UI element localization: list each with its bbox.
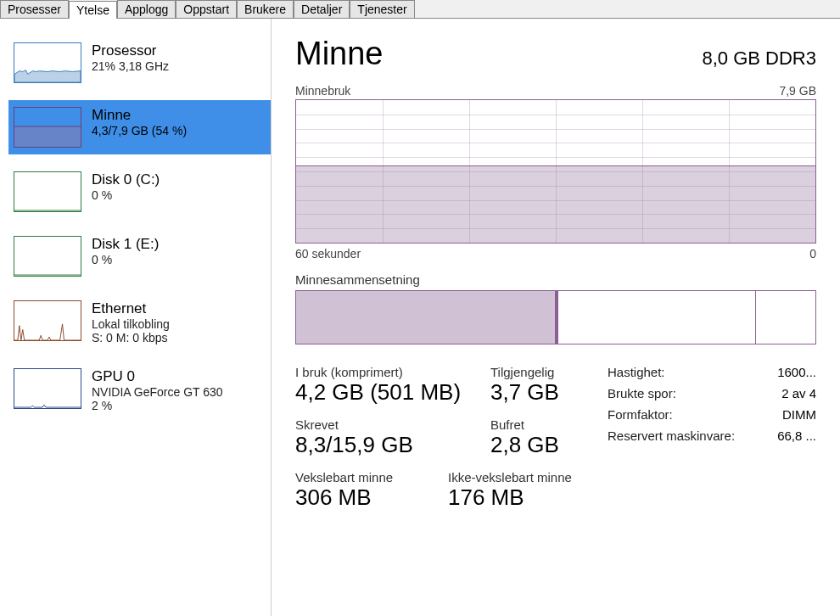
sidebar-item-memory[interactable]: Minne 4,3/7,9 GB (54 %): [8, 100, 271, 154]
tab-prosesser[interactable]: Prosesser: [0, 0, 69, 18]
sidebar-item-label: Disk 1 (E:): [92, 236, 159, 253]
memory-thumbnail-chart: [14, 107, 81, 148]
stat-cached-label: Bufret: [490, 417, 559, 432]
chart-label-left: Minnebruk: [295, 84, 350, 98]
sidebar-item-sub: Lokal tilkobling: [92, 317, 170, 331]
composition-label: Minnesammensetning: [295, 272, 816, 287]
axis-left: 60 sekunder: [295, 247, 361, 260]
stat-nonpaged-label: Ikke-vekslebart minne: [448, 470, 572, 484]
stat-committed-label: Skrevet: [295, 417, 490, 432]
kv-val-form: DIMM: [782, 407, 816, 422]
sidebar-item-sub: NVIDIA GeForce GT 630: [92, 385, 223, 399]
sidebar: Prosessor 21% 3,18 GHz Minne 4,3/7,9 GB …: [0, 19, 272, 616]
stat-inuse-value: 4,2 GB (501 MB): [295, 379, 490, 406]
disk0-thumbnail-chart: [14, 171, 81, 212]
composition-segment-free: [756, 291, 815, 344]
kv-val-slots: 2 av 4: [781, 386, 816, 400]
tab-ytelse[interactable]: Ytelse: [69, 1, 117, 19]
sidebar-item-label: Ethernet: [92, 300, 170, 317]
stat-paged-label: Vekslebart minne: [295, 470, 448, 484]
axis-right: 0: [809, 247, 816, 260]
stat-nonpaged-value: 176 MB: [448, 484, 572, 511]
kv-val-speed: 1600...: [777, 365, 816, 379]
stat-available-value: 3,7 GB: [490, 379, 559, 406]
kv-key-reserved: Reservert maskinvare:: [608, 428, 735, 443]
sidebar-item-disk1[interactable]: Disk 1 (E:) 0 %: [8, 229, 271, 283]
sidebar-item-disk0[interactable]: Disk 0 (C:) 0 %: [8, 165, 271, 219]
tab-detaljer[interactable]: Detaljer: [294, 0, 350, 18]
disk1-thumbnail-chart: [14, 236, 81, 277]
sidebar-item-sub: 0 %: [92, 253, 159, 266]
sidebar-item-cpu[interactable]: Prosessor 21% 3,18 GHz: [8, 36, 271, 90]
sidebar-item-sub: 21% 3,18 GHz: [92, 59, 169, 73]
main-panel: Minne 8,0 GB DDR3 Minnebruk 7,9 GB: [272, 19, 840, 616]
stat-paged-value: 306 MB: [295, 484, 448, 511]
kv-key-speed: Hastighet:: [608, 365, 665, 379]
memory-composition-chart: [295, 290, 816, 344]
stat-cached-value: 2,8 GB: [490, 432, 559, 458]
ethernet-thumbnail-chart: [14, 300, 81, 341]
sidebar-item-label: Prosessor: [92, 42, 169, 59]
tab-oppstart[interactable]: Oppstart: [176, 0, 237, 18]
tab-applogg[interactable]: Applogg: [117, 0, 176, 18]
composition-segment-cached: [558, 291, 756, 344]
tab-bar: Prosesser Ytelse Applogg Oppstart Bruker…: [0, 0, 840, 19]
chart-label-right: 7,9 GB: [779, 84, 816, 98]
sidebar-item-gpu[interactable]: GPU 0 NVIDIA GeForce GT 630 2 %: [8, 361, 271, 419]
composition-segment-inuse: [296, 291, 558, 344]
sidebar-item-sub2: S: 0 M: 0 kbps: [92, 331, 170, 344]
memory-spec: 8,0 GB DDR3: [703, 48, 817, 70]
stat-committed-value: 8,3/15,9 GB: [295, 432, 490, 458]
kv-key-form: Formfaktor:: [608, 407, 673, 422]
memory-details-table: Hastighet: 1600... Brukte spor: 2 av 4 F…: [608, 365, 816, 443]
sidebar-item-sub: 4,3/7,9 GB (54 %): [92, 124, 187, 137]
sidebar-item-sub2: 2 %: [92, 399, 223, 412]
sidebar-item-label: Minne: [92, 107, 187, 124]
kv-val-reserved: 66,8 ...: [777, 428, 816, 443]
gpu-thumbnail-chart: [14, 368, 81, 409]
tab-tjenester[interactable]: Tjenester: [350, 0, 414, 18]
sidebar-item-ethernet[interactable]: Ethernet Lokal tilkobling S: 0 M: 0 kbps: [8, 294, 271, 351]
memory-usage-chart: [295, 99, 816, 244]
page-title: Minne: [295, 36, 384, 72]
stat-inuse-label: I bruk (komprimert): [295, 365, 490, 379]
sidebar-item-sub: 0 %: [92, 188, 160, 202]
sidebar-item-label: GPU 0: [92, 368, 223, 385]
kv-key-slots: Brukte spor:: [608, 386, 676, 400]
cpu-thumbnail-chart: [14, 42, 81, 83]
sidebar-item-label: Disk 0 (C:): [92, 171, 160, 188]
svg-rect-0: [14, 126, 81, 147]
tab-brukere[interactable]: Brukere: [237, 0, 294, 18]
stat-available-label: Tilgjengelig: [490, 365, 559, 379]
